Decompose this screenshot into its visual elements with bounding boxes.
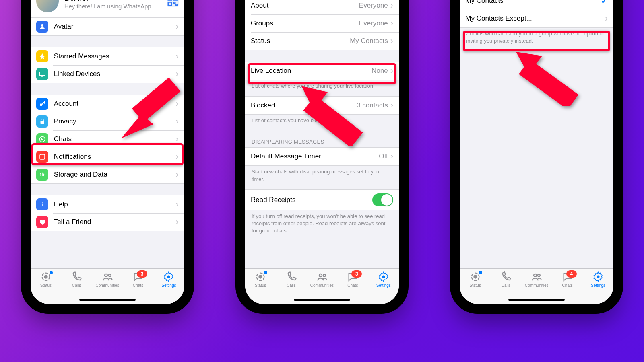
help-row[interactable]: Help › xyxy=(31,195,184,213)
svg-rect-2 xyxy=(168,2,171,6)
timer-footer: Start new chats with disappearing messag… xyxy=(245,166,399,189)
option-my-contacts-label: My Contacts xyxy=(465,0,601,5)
live-location-row[interactable]: Live LocationNone› xyxy=(245,62,399,80)
tab-settings[interactable]: Settings xyxy=(584,271,612,304)
tab-status[interactable]: Status xyxy=(246,271,275,304)
storage-icon xyxy=(36,169,48,181)
svg-point-3 xyxy=(41,24,43,27)
live-location-footer: List of chats where you are sharing your… xyxy=(245,80,399,96)
privacy-group-3: Blocked3 contacts› xyxy=(245,96,399,115)
blocked-value: 3 contacts xyxy=(357,101,388,109)
checkmark-icon: ✓ xyxy=(601,0,608,6)
avatar-row[interactable]: Avatar › xyxy=(31,17,184,36)
chevron-right-icon: › xyxy=(390,152,393,161)
live-location-label: Live Location xyxy=(251,67,372,75)
tab-status[interactable]: Status xyxy=(461,271,489,304)
chevron-right-icon: › xyxy=(175,22,178,31)
tab-calls-label: Calls xyxy=(287,283,295,288)
tab-settings-label: Settings xyxy=(376,283,391,288)
groups-row[interactable]: GroupsEveryone› xyxy=(245,14,399,32)
svg-point-14 xyxy=(109,274,111,277)
chats-row[interactable]: Chats › xyxy=(31,130,184,148)
option-my-contacts-row[interactable]: My Contacts✓ xyxy=(460,0,613,10)
read-receipts-toggle[interactable] xyxy=(372,193,393,206)
svg-rect-6 xyxy=(40,121,44,124)
status-row[interactable]: StatusMy Contacts› xyxy=(245,32,399,50)
tell-friend-row[interactable]: Tell a Friend › xyxy=(31,213,184,231)
privacy-group-4: Default Message TimerOff› xyxy=(245,147,399,166)
default-timer-value: Off xyxy=(379,152,388,160)
tab-settings[interactable]: Settings xyxy=(369,271,398,304)
default-timer-row[interactable]: Default Message TimerOff› xyxy=(245,148,399,165)
status-label: Status xyxy=(251,37,350,45)
svg-point-22 xyxy=(382,276,385,278)
avatar-label: Avatar xyxy=(54,23,176,31)
avatar-image xyxy=(36,0,59,12)
avatar-icon xyxy=(36,21,48,33)
home-indicator xyxy=(79,299,136,301)
svg-rect-1 xyxy=(173,0,177,0)
chevron-right-icon: › xyxy=(175,200,178,209)
privacy-row[interactable]: Privacy › xyxy=(31,113,184,130)
tab-settings-label: Settings xyxy=(591,283,605,288)
blocked-row[interactable]: Blocked3 contacts› xyxy=(245,97,399,114)
home-indicator xyxy=(294,299,350,301)
svg-point-28 xyxy=(538,274,540,277)
blocked-footer: List of contacts you have blocked. xyxy=(245,115,399,131)
status-dot xyxy=(479,271,482,274)
privacy-scroll[interactable]: Last Seen & OnlineEveryone› Profile Phot… xyxy=(245,0,399,271)
svg-rect-0 xyxy=(168,0,171,0)
notifications-row[interactable]: Notifications › xyxy=(31,148,184,166)
svg-point-29 xyxy=(597,276,600,278)
account-row[interactable]: Account › xyxy=(31,95,184,113)
tab-communities-label: Communities xyxy=(310,283,334,288)
tab-status[interactable]: Status xyxy=(32,271,60,304)
groups-label: Groups xyxy=(251,19,359,27)
about-row[interactable]: AboutEveryone› xyxy=(245,0,399,14)
profile-status: Hey there! I am using WhatsApp. xyxy=(64,3,167,10)
live-location-value: None xyxy=(372,67,388,75)
chevron-right-icon: › xyxy=(605,14,608,23)
whatsapp-icon xyxy=(36,133,48,145)
tab-status-label: Status xyxy=(40,283,52,288)
tab-chats-label: Chats xyxy=(133,283,143,288)
profile-row[interactable]: Daniel Hey there! I am using WhatsApp. xyxy=(31,0,184,17)
groups-scroll[interactable]: WHO CAN ADD ME TO GROUPS Everyone My Con… xyxy=(460,0,613,271)
about-value: Everyone xyxy=(359,2,388,10)
tab-communities-label: Communities xyxy=(525,283,548,288)
account-label: Account xyxy=(54,100,176,108)
chevron-right-icon: › xyxy=(390,1,393,10)
chevron-right-icon: › xyxy=(175,135,178,144)
tab-chats-label: Chats xyxy=(562,283,573,288)
tab-settings[interactable]: Settings xyxy=(155,271,183,304)
storage-row[interactable]: Storage and Data › xyxy=(31,166,184,183)
help-label: Help xyxy=(54,200,176,208)
blocked-label: Blocked xyxy=(251,101,357,109)
linked-label: Linked Devices xyxy=(54,70,176,78)
option-except-row[interactable]: My Contacts Except...› xyxy=(460,10,613,27)
tab-status-label: Status xyxy=(255,283,266,288)
svg-point-12 xyxy=(44,276,47,278)
starred-label: Starred Messages xyxy=(54,52,176,60)
settings-scroll[interactable]: Settings Daniel Hey there! I am using Wh… xyxy=(31,0,184,271)
linked-row[interactable]: Linked Devices › xyxy=(31,65,184,83)
svg-rect-8 xyxy=(40,154,45,159)
option-except-label: My Contacts Except... xyxy=(465,14,605,23)
privacy-label: Privacy xyxy=(54,117,176,125)
phone-frame-1: Settings Daniel Hey there! I am using Wh… xyxy=(25,0,190,310)
svg-point-21 xyxy=(323,274,326,277)
tab-communities-label: Communities xyxy=(95,283,119,288)
chats-badge: 3 xyxy=(351,270,362,278)
star-icon xyxy=(36,50,48,62)
chevron-right-icon: › xyxy=(175,70,178,78)
starred-row[interactable]: Starred Messages › xyxy=(31,47,184,65)
svg-point-9 xyxy=(42,202,43,203)
read-receipts-row[interactable]: Read Receipts xyxy=(245,190,399,210)
chevron-right-icon: › xyxy=(175,117,178,126)
gradient-background: Settings Daniel Hey there! I am using Wh… xyxy=(0,0,644,362)
chevron-right-icon: › xyxy=(175,170,178,179)
qr-code-button[interactable] xyxy=(167,0,179,7)
tab-status-label: Status xyxy=(469,283,481,288)
status-dot xyxy=(50,271,53,274)
chevron-right-icon: › xyxy=(390,37,393,45)
